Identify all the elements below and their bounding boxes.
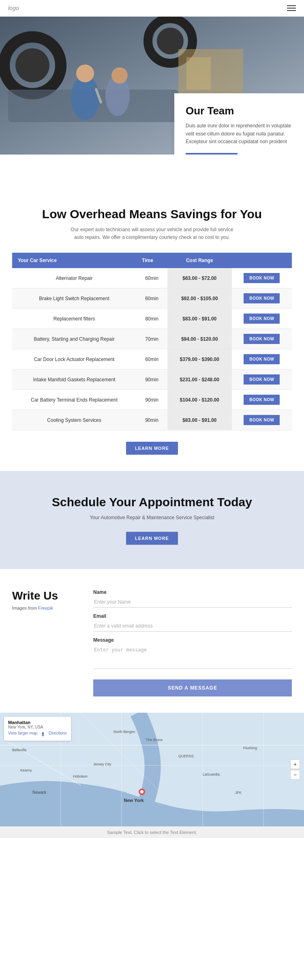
appointment-title: Schedule Your Appointment Today: [12, 495, 292, 509]
service-cost: $379.00 - $390.00: [167, 349, 232, 370]
service-cost: $63.00 - $72.00: [167, 268, 232, 288]
hero-learn-more-button[interactable]: LEARN MORE: [186, 153, 238, 155]
map-state: New York, NY, USA: [8, 725, 67, 729]
service-time: 90min: [136, 370, 167, 390]
service-cost: $83.00 - $91.00: [167, 309, 232, 329]
book-now-button[interactable]: BOOK NOW: [244, 293, 280, 303]
name-field-group: Name: [93, 589, 292, 608]
service-time: 60min: [136, 288, 167, 309]
svg-text:QUEENS: QUEENS: [178, 754, 194, 758]
table-row: Replacement filters 80min $83.00 - $91.0…: [12, 309, 292, 329]
book-now-cell: BOOK NOW: [232, 410, 292, 430]
service-name: Car Door Lock Actuator Replacement: [12, 349, 136, 370]
view-larger-map-link[interactable]: View larger map: [8, 731, 37, 737]
zoom-out-button[interactable]: −: [290, 770, 300, 780]
hero-card: Our Team Duis aute irure dolor in repreh…: [174, 93, 304, 155]
service-time: 90min: [136, 410, 167, 430]
map-city: Manhattan: [8, 720, 67, 725]
services-table: Your Car Service Time Cost Range Alterna…: [12, 253, 292, 430]
savings-learn-more-button[interactable]: LEARN MORE: [126, 442, 178, 455]
contact-section: Write Us Images from Freepik Name Email …: [0, 569, 304, 713]
book-now-button[interactable]: BOOK NOW: [244, 395, 280, 405]
svg-point-36: [140, 790, 143, 793]
book-now-button[interactable]: BOOK NOW: [244, 334, 280, 344]
map-info-box: Manhattan New York, NY, USA View larger …: [4, 717, 71, 741]
book-now-button[interactable]: BOOK NOW: [244, 273, 280, 283]
hero-spacer: [0, 155, 304, 187]
bottom-bar-text: Sample Text. Click to select the Text El…: [107, 830, 197, 835]
hero-section: Our Team Duis aute irure dolor in repreh…: [0, 17, 304, 155]
map-directions-icon: ⬆: [41, 731, 45, 737]
appointment-section: Schedule Your Appointment Today Your Aut…: [0, 471, 304, 569]
contact-form: Name Email Message SEND A MESSAGE: [93, 589, 292, 696]
svg-point-2: [15, 48, 49, 82]
svg-point-7: [76, 64, 94, 82]
savings-title: Low Overhead Means Savings for You: [12, 207, 292, 221]
freepik-link[interactable]: Freepik: [38, 606, 53, 610]
name-label: Name: [93, 589, 292, 595]
service-time: 80min: [136, 309, 167, 329]
book-now-cell: BOOK NOW: [232, 390, 292, 410]
table-row: Intake Manifold Gaskets Replacement 90mi…: [12, 370, 292, 390]
book-now-cell: BOOK NOW: [232, 268, 292, 288]
table-header: Your Car Service Time Cost Range: [12, 253, 292, 268]
book-now-button[interactable]: BOOK NOW: [244, 354, 280, 364]
email-field-group: Email: [93, 613, 292, 632]
book-now-button[interactable]: BOOK NOW: [244, 374, 280, 385]
service-cost: $94.00 - $120.00: [167, 329, 232, 349]
contact-credit: Images from Freepik: [12, 606, 77, 610]
svg-text:Newark: Newark: [32, 790, 47, 795]
table-body: Alternator Repair 60min $63.00 - $72.00 …: [12, 268, 292, 430]
message-textarea[interactable]: [93, 645, 292, 669]
svg-text:Jersey City: Jersey City: [93, 762, 111, 766]
col-action: [232, 253, 292, 268]
header: logo: [0, 0, 304, 17]
col-cost: Cost Range: [167, 253, 232, 268]
svg-text:Belleville: Belleville: [12, 748, 27, 752]
svg-text:LaGuardia: LaGuardia: [203, 772, 220, 776]
service-time: 70min: [136, 329, 167, 349]
table-row: Brake Light Switch Replacement 60min $92…: [12, 288, 292, 309]
book-now-button[interactable]: BOOK NOW: [244, 314, 280, 324]
service-name: Alternator Repair: [12, 268, 136, 288]
hero-title: Our Team: [186, 105, 293, 117]
service-time: 90min: [136, 390, 167, 410]
table-row: Cooling System Services 90min $83.00 - $…: [12, 410, 292, 430]
appointment-subtitle: Your Automotive Repair & Maintenance Ser…: [12, 515, 292, 520]
book-now-cell: BOOK NOW: [232, 309, 292, 329]
email-input[interactable]: [93, 621, 292, 632]
book-now-button[interactable]: BOOK NOW: [244, 415, 280, 425]
map-zoom-controls: + −: [290, 759, 300, 780]
svg-point-9: [111, 67, 128, 84]
map-section: New York Newark Hoboken Jersey City QUEE…: [0, 713, 304, 826]
table-row: Battery, Starting and Charging Repair 70…: [12, 329, 292, 349]
bottom-bar: Sample Text. Click to select the Text El…: [0, 826, 304, 838]
savings-subtitle: Our expert auto technicians will assess …: [67, 226, 237, 241]
service-name: Battery, Starting and Charging Repair: [12, 329, 136, 349]
svg-text:Hoboken: Hoboken: [73, 774, 88, 778]
map-links: View larger map ⬆ Directions: [8, 731, 67, 737]
message-label: Message: [93, 637, 292, 643]
service-time: 60min: [136, 349, 167, 370]
svg-text:Flushing: Flushing: [243, 746, 257, 750]
svg-text:The Bronx: The Bronx: [146, 738, 163, 742]
service-name: Brake Light Switch Replacement: [12, 288, 136, 309]
directions-link[interactable]: Directions: [49, 731, 66, 737]
service-name: Cooling System Services: [12, 410, 136, 430]
message-field-group: Message: [93, 637, 292, 671]
appointment-learn-more-button[interactable]: LEARN MORE: [126, 532, 178, 545]
contact-title: Write Us: [12, 589, 77, 602]
send-message-button[interactable]: SEND A MESSAGE: [93, 679, 292, 696]
svg-text:Kearny: Kearny: [20, 768, 32, 772]
name-input[interactable]: [93, 597, 292, 608]
hero-description: Duis aute irure dolor in reprehenderit i…: [186, 122, 293, 146]
hamburger-menu[interactable]: [287, 5, 296, 11]
col-time: Time: [136, 253, 167, 268]
service-cost: $92.00 - $105.00: [167, 288, 232, 309]
table-row: Car Door Lock Actuator Replacement 60min…: [12, 349, 292, 370]
service-cost: $231.00 - $248.00: [167, 370, 232, 390]
savings-learn-more-wrapper: LEARN MORE: [12, 442, 292, 455]
savings-section: Low Overhead Means Savings for You Our e…: [0, 187, 304, 471]
svg-text:New York: New York: [124, 798, 144, 803]
zoom-in-button[interactable]: +: [290, 759, 300, 769]
